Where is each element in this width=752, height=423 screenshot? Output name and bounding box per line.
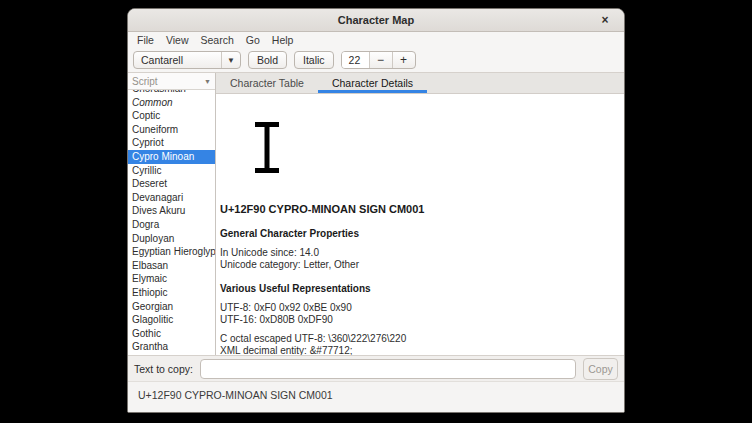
copy-button[interactable]: Copy bbox=[583, 358, 618, 380]
statusbar: U+12F90 CYPRO-MINOAN SIGN CM001 bbox=[128, 381, 624, 412]
script-list-item[interactable]: Cypro Minoan bbox=[128, 150, 215, 164]
script-header-label: Script bbox=[132, 76, 204, 87]
utf16-line: UTF-16: 0xD80B 0xDF90 bbox=[220, 314, 624, 326]
character-heading: U+12F90 CYPRO-MINOAN SIGN CM001 bbox=[220, 203, 624, 215]
script-list-item[interactable]: Duployan bbox=[128, 232, 215, 246]
script-list-item[interactable]: Georgian bbox=[128, 300, 215, 314]
xml-entity-line: XML decimal entity: &#77712; bbox=[220, 345, 624, 356]
tab-character-table[interactable]: Character Table bbox=[216, 73, 318, 93]
script-list-item[interactable]: Elbasan bbox=[128, 259, 215, 273]
utf8-line: UTF-8: 0xF0 0x92 0xBE 0x90 bbox=[220, 302, 624, 314]
tabbar: Character Table Character Details bbox=[216, 73, 624, 94]
utf-lines: UTF-8: 0xF0 0x92 0xBE 0x90 UTF-16: 0xD80… bbox=[220, 302, 624, 325]
character-pane: Character Table Character Details U+12F9… bbox=[216, 73, 624, 355]
script-list-item[interactable]: Cuneiform bbox=[128, 123, 215, 137]
decrease-font-size-button[interactable]: − bbox=[369, 52, 392, 68]
menu-help[interactable]: Help bbox=[266, 32, 300, 48]
general-properties-title: General Character Properties bbox=[220, 228, 624, 239]
c-octal-line: C octal escaped UTF-8: \360\222\276\220 bbox=[220, 333, 624, 345]
script-list-item[interactable]: Cypriot bbox=[128, 136, 215, 150]
script-list[interactable]: ChorasmianCommonCopticCuneiformCypriotCy… bbox=[128, 90, 215, 355]
font-size-value[interactable]: 22 bbox=[342, 52, 369, 68]
script-list-item[interactable]: Ethiopic bbox=[128, 286, 215, 300]
menu-view[interactable]: View bbox=[160, 32, 195, 48]
script-list-item[interactable]: Elymaic bbox=[128, 272, 215, 286]
escape-lines: C octal escaped UTF-8: \360\222\276\220 … bbox=[220, 333, 624, 355]
font-size-spinner: 22 − + bbox=[341, 51, 416, 69]
text-to-copy-label: Text to copy: bbox=[134, 363, 193, 375]
cypro-minoan-sign-cm001-glyph bbox=[255, 122, 279, 173]
script-list-items: ChorasmianCommonCopticCuneiformCypriotCy… bbox=[128, 90, 215, 354]
menu-search[interactable]: Search bbox=[195, 32, 240, 48]
font-family-combo[interactable]: Cantarell ▼ bbox=[133, 51, 241, 69]
script-view-selector[interactable]: Script ▼ bbox=[128, 73, 215, 90]
close-icon[interactable]: × bbox=[597, 12, 613, 28]
chevron-down-icon: ▼ bbox=[204, 78, 211, 85]
script-list-item[interactable]: Dogra bbox=[128, 218, 215, 232]
general-properties-lines: In Unicode since: 14.0 Unicode category:… bbox=[220, 247, 624, 270]
status-text: U+12F90 CYPRO-MINOAN SIGN CM001 bbox=[138, 389, 333, 401]
bold-button[interactable]: Bold bbox=[248, 51, 287, 69]
script-list-item[interactable]: Dives Akuru bbox=[128, 204, 215, 218]
script-list-item[interactable]: Grantha bbox=[128, 340, 215, 354]
italic-button[interactable]: Italic bbox=[294, 51, 334, 69]
menu-file[interactable]: File bbox=[131, 32, 160, 48]
menubar: File View Search Go Help bbox=[128, 32, 624, 48]
script-list-item[interactable]: Egyptian Hieroglyphs bbox=[128, 245, 215, 259]
script-list-item[interactable]: Cyrillic bbox=[128, 164, 215, 178]
titlebar[interactable]: Character Map × bbox=[128, 9, 624, 32]
script-list-item[interactable]: Gothic bbox=[128, 327, 215, 341]
script-list-item[interactable]: Devanagari bbox=[128, 191, 215, 205]
chevron-down-icon: ▼ bbox=[221, 52, 240, 68]
script-list-item[interactable]: Coptic bbox=[128, 109, 215, 123]
unicode-category-line: Unicode category: Letter, Other bbox=[220, 259, 624, 271]
menu-go[interactable]: Go bbox=[240, 32, 266, 48]
font-family-value: Cantarell bbox=[134, 54, 221, 66]
character-details-panel: U+12F90 CYPRO-MINOAN SIGN CM001 General … bbox=[216, 94, 624, 355]
toolbar: Cantarell ▼ Bold Italic 22 − + bbox=[128, 48, 624, 73]
increase-font-size-button[interactable]: + bbox=[392, 52, 415, 68]
window-title: Character Map bbox=[338, 14, 414, 26]
text-to-copy-input[interactable] bbox=[200, 359, 576, 379]
tab-character-details[interactable]: Character Details bbox=[318, 73, 427, 93]
character-map-window: Character Map × File View Search Go Help… bbox=[127, 8, 625, 413]
unicode-since-line: In Unicode since: 14.0 bbox=[220, 247, 624, 259]
script-list-item[interactable]: Deseret bbox=[128, 177, 215, 191]
script-list-item[interactable]: Glagolitic bbox=[128, 313, 215, 327]
script-sidebar: Script ▼ ChorasmianCommonCopticCuneiform… bbox=[128, 73, 216, 355]
representations-title: Various Useful Representations bbox=[220, 283, 624, 294]
script-list-item[interactable]: Common bbox=[128, 96, 215, 110]
content-area: Script ▼ ChorasmianCommonCopticCuneiform… bbox=[128, 73, 624, 355]
copy-bar: Text to copy: Copy bbox=[128, 355, 624, 381]
